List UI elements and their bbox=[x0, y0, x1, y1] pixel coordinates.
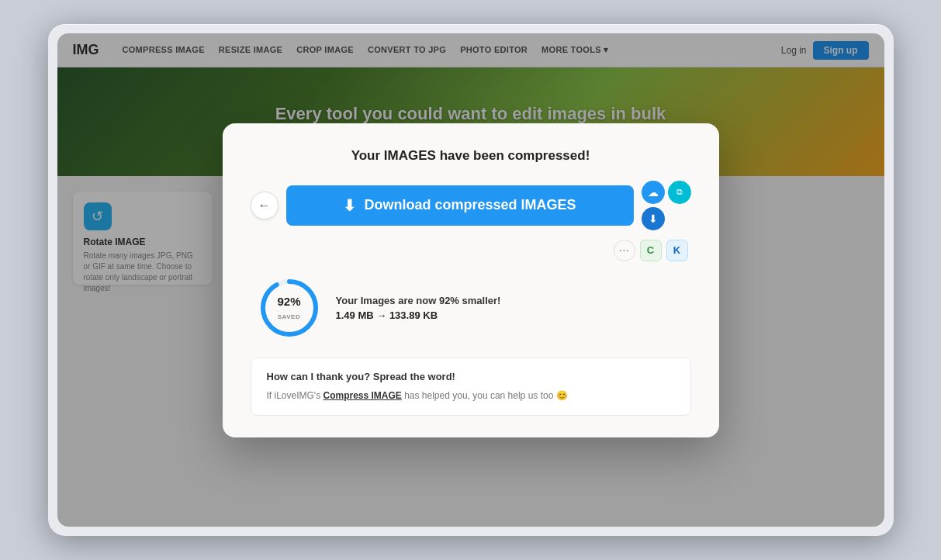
share-more-button[interactable]: ··· bbox=[614, 240, 635, 261]
progress-circle: 92% SAVED bbox=[258, 277, 320, 339]
canva-icon: C bbox=[647, 244, 654, 256]
download-row: ← ⬇ Download compressed IMAGES ☁ ⧉ bbox=[251, 181, 691, 230]
copy-button[interactable]: ⧉ bbox=[668, 181, 691, 204]
action-buttons: ☁ ⧉ ⬇ bbox=[642, 181, 691, 230]
screen: IMG COMPRESS IMAGE RESIZE IMAGE CROP IMA… bbox=[57, 33, 884, 527]
share-slides-button[interactable]: K bbox=[666, 240, 688, 261]
stats-row: 92% SAVED Your Images are now 92% smalle… bbox=[251, 277, 691, 339]
stats-headline: Your Images are now 92% smaller! bbox=[336, 295, 683, 306]
compress-link[interactable]: Compress IMAGE bbox=[323, 390, 401, 401]
thankyou-prefix: If iLoveIMG's bbox=[267, 390, 323, 401]
copy-icon: ⧉ bbox=[676, 187, 683, 197]
circle-label: 92% SAVED bbox=[277, 294, 300, 321]
download2-icon: ⬇ bbox=[649, 213, 658, 225]
thankyou-suffix: has helped you, you can help us too 😊 bbox=[402, 390, 568, 401]
modal-title: Your IMAGES have been compressed! bbox=[251, 148, 691, 164]
action-btn-row-2: ⬇ bbox=[642, 207, 691, 230]
download-label: Download compressed IMAGES bbox=[364, 197, 576, 213]
modal: Your IMAGES have been compressed! ← ⬇ Do… bbox=[223, 123, 719, 437]
size-arrow: → bbox=[376, 309, 389, 321]
download2-button[interactable]: ⬇ bbox=[642, 207, 665, 230]
circle-saved: SAVED bbox=[278, 313, 300, 320]
size-from: 1.49 MB bbox=[336, 309, 374, 321]
share-canva-button[interactable]: C bbox=[640, 240, 662, 261]
cloud-icon: ☁ bbox=[648, 186, 659, 199]
size-to: 133.89 KB bbox=[389, 309, 438, 321]
slides-icon: K bbox=[673, 244, 680, 256]
thankyou-box: How can I thank you? Spread the word! If… bbox=[251, 358, 691, 416]
thankyou-title: How can I thank you? Spread the word! bbox=[267, 371, 675, 382]
action-btn-row-1: ☁ ⧉ bbox=[642, 181, 691, 204]
cloud-save-button[interactable]: ☁ bbox=[642, 181, 665, 204]
back-button[interactable]: ← bbox=[251, 192, 278, 220]
download-button[interactable]: ⬇ Download compressed IMAGES bbox=[286, 185, 634, 226]
circle-percent: 92% bbox=[277, 294, 300, 307]
stats-text: Your Images are now 92% smaller! 1.49 MB… bbox=[336, 295, 683, 321]
thankyou-text: If iLoveIMG's Compress IMAGE has helped … bbox=[267, 389, 675, 403]
stats-numbers: 1.49 MB → 133.89 KB bbox=[336, 309, 683, 321]
modal-overlay: Your IMAGES have been compressed! ← ⬇ Do… bbox=[57, 33, 884, 527]
share-row: ··· C K bbox=[251, 240, 691, 261]
device-frame: IMG COMPRESS IMAGE RESIZE IMAGE CROP IMA… bbox=[48, 24, 894, 536]
download-icon: ⬇ bbox=[343, 196, 356, 215]
